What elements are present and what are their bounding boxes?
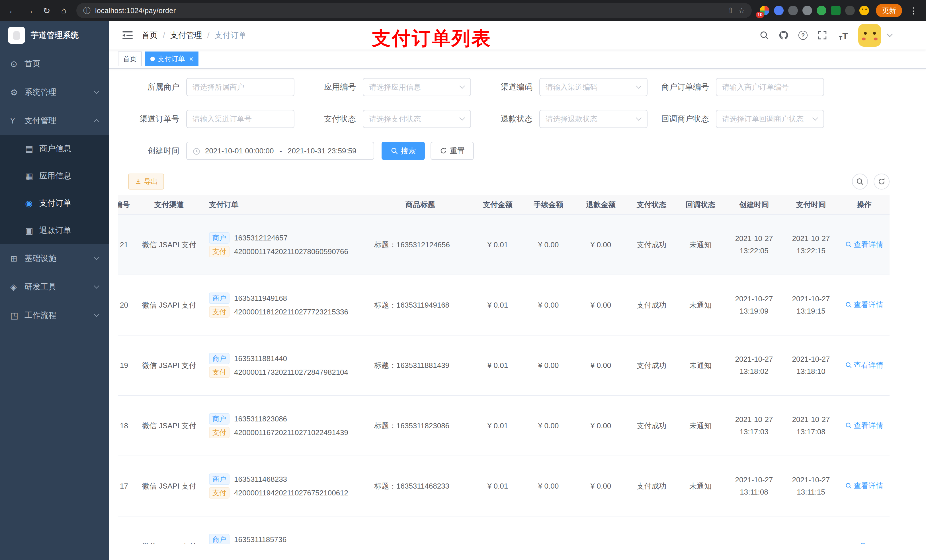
table-body: 21 微信 JSAPI 支付 商户 1635312124657 支付 42000… — [118, 214, 890, 544]
sidebar-item-app-info[interactable]: ▦ 应用信息 — [0, 162, 109, 190]
browser-menu-icon[interactable]: ⋮ — [905, 3, 921, 18]
bookmark-star-icon[interactable]: ☆ — [738, 6, 745, 15]
view-detail-link[interactable] — [860, 542, 869, 544]
forward-button[interactable]: → — [22, 3, 38, 18]
create-time-range-picker[interactable]: 2021-10-01 00:00:00 - 2021-10-31 23:59:5… — [186, 142, 374, 160]
refresh-table-button[interactable] — [874, 174, 890, 190]
sidebar-item-dev-tools[interactable]: ◈ 研发工具 — [0, 273, 109, 301]
col-channel: 支付渠道 — [135, 195, 203, 214]
extension-icon[interactable] — [788, 6, 798, 15]
app-no-input[interactable] — [369, 83, 465, 92]
merchant-select[interactable] — [186, 78, 294, 96]
app-no-select[interactable] — [363, 78, 471, 96]
refund-status-input[interactable] — [546, 115, 641, 124]
export-button[interactable]: 导出 — [128, 174, 164, 190]
col-order: 支付订单 — [203, 195, 367, 214]
font-size-icon[interactable]: TT — [835, 29, 851, 42]
cell-refund: ¥ 0.00 — [575, 275, 627, 335]
channel-order-no-field[interactable] — [186, 110, 294, 128]
refund-status-select[interactable] — [539, 110, 648, 128]
sidebar-item-home[interactable]: ⊙ 首页 — [0, 50, 109, 78]
cell-action: 查看详情 — [839, 275, 890, 335]
merchant-order-no: 1635311185736 — [234, 535, 286, 544]
view-detail-link[interactable]: 查看详情 — [845, 421, 883, 430]
app-logo[interactable]: 芋道管理系统 — [0, 21, 109, 50]
fold-menu-button[interactable] — [118, 21, 137, 50]
cell-refund — [575, 516, 627, 544]
share-icon[interactable]: ⇧ — [728, 6, 734, 15]
pay-status-select[interactable] — [363, 110, 471, 128]
help-icon[interactable]: ? — [797, 29, 809, 42]
fullscreen-icon[interactable] — [816, 29, 829, 42]
view-detail-link[interactable]: 查看详情 — [845, 300, 883, 310]
magnifier-icon — [845, 362, 852, 368]
cell-callback: 未通知 — [676, 214, 725, 275]
cell-status: 支付成功 — [627, 395, 676, 456]
sidebar-item-workflow[interactable]: ◳ 工作流程 — [0, 301, 109, 329]
sidebar-item-infrastructure[interactable]: ⊞ 基础设施 — [0, 244, 109, 273]
search-icon[interactable] — [758, 29, 770, 42]
extension-icon[interactable] — [817, 6, 826, 15]
breadcrumb-current: 支付订单 — [215, 30, 247, 41]
extension-icon[interactable] — [802, 6, 812, 15]
date-start-value: 2021-10-01 00:00:00 — [205, 146, 274, 155]
cell-amount: ¥ 0.01 — [473, 214, 522, 275]
reset-button[interactable]: 重置 — [431, 142, 474, 160]
col-create-time: 创建时间 — [725, 195, 783, 214]
tab-pay-order[interactable]: 支付订单 × — [145, 51, 198, 66]
view-detail-link[interactable]: 查看详情 — [845, 240, 883, 249]
merchant-tag: 商户 — [209, 413, 230, 424]
channel-code-input[interactable] — [546, 83, 641, 92]
sidebar-item-system[interactable]: ⚙ 系统管理 — [0, 78, 109, 106]
breadcrumb: 首页 / 支付管理 / 支付订单 — [142, 30, 247, 41]
site-info-icon[interactable]: ⓘ — [83, 6, 91, 16]
cell-action: 查看详情 — [839, 395, 890, 456]
col-title: 商品标题 — [367, 195, 473, 214]
breadcrumb-pay-manage[interactable]: 支付管理 — [170, 30, 202, 41]
cell-title: 标题：1635311468233 — [367, 456, 473, 516]
sidebar-item-label: 商户信息 — [39, 143, 71, 154]
address-bar[interactable]: ⓘ localhost:1024/pay/order ⇧ ☆ — [76, 3, 752, 18]
close-icon[interactable]: × — [188, 55, 193, 63]
sidebar-menu: ⊙ 首页 ⚙ 系统管理 ¥ 支付管理 ▤ 商户信息 ▦ 应用信息 — [0, 50, 109, 329]
merchant-order-no-field[interactable] — [716, 78, 824, 96]
github-icon[interactable] — [777, 29, 790, 42]
avatar-dropdown-icon[interactable] — [887, 31, 893, 37]
callback-status-select[interactable] — [716, 110, 824, 128]
magnifier-icon — [845, 422, 852, 429]
sidebar-item-payment[interactable]: ¥ 支付管理 — [0, 106, 109, 135]
callback-status-input[interactable] — [722, 115, 818, 124]
dashboard-icon: ⊙ — [10, 59, 24, 69]
search-button[interactable]: 搜索 — [381, 142, 425, 160]
channel-order-no-input[interactable] — [192, 115, 288, 124]
sidebar-item-pay-order[interactable]: ◉ 支付订单 — [0, 190, 109, 217]
chrome-update-button[interactable]: 更新 — [876, 4, 902, 17]
gear-icon: ⚙ — [10, 88, 24, 97]
back-button[interactable]: ← — [5, 3, 21, 18]
pay-status-input[interactable] — [369, 115, 465, 124]
merchant-order-no-input[interactable] — [722, 83, 818, 92]
view-detail-link[interactable]: 查看详情 — [845, 481, 883, 491]
cell-order: 商户 1635311185736 支付 — [203, 516, 367, 544]
sidebar-item-refund-order[interactable]: ▣ 退款订单 — [0, 217, 109, 244]
reload-button[interactable]: ↻ — [39, 3, 54, 18]
extension-icon[interactable] — [774, 6, 784, 15]
breadcrumb-home[interactable]: 首页 — [142, 30, 158, 41]
tab-home[interactable]: 首页 — [118, 51, 142, 66]
cell-id: 18 — [118, 395, 135, 456]
pay-order-no: 4200001174202110278060590766 — [234, 247, 348, 256]
profile-emoji-icon[interactable] — [859, 6, 869, 15]
extension-icon[interactable] — [831, 6, 841, 15]
extension-icon[interactable]: 10 — [760, 6, 769, 15]
cell-status — [627, 516, 676, 544]
view-detail-link[interactable]: 查看详情 — [845, 360, 883, 370]
extension-pin-icon[interactable] — [845, 6, 855, 15]
target-icon: ◉ — [25, 198, 39, 208]
channel-code-select[interactable] — [539, 78, 648, 96]
merchant-input[interactable] — [192, 83, 288, 92]
toggle-search-button[interactable] — [852, 174, 868, 190]
breadcrumb-separator: / — [163, 31, 165, 40]
home-button[interactable]: ⌂ — [56, 3, 72, 18]
user-avatar[interactable] — [858, 24, 881, 47]
sidebar-item-merchant-info[interactable]: ▤ 商户信息 — [0, 135, 109, 162]
